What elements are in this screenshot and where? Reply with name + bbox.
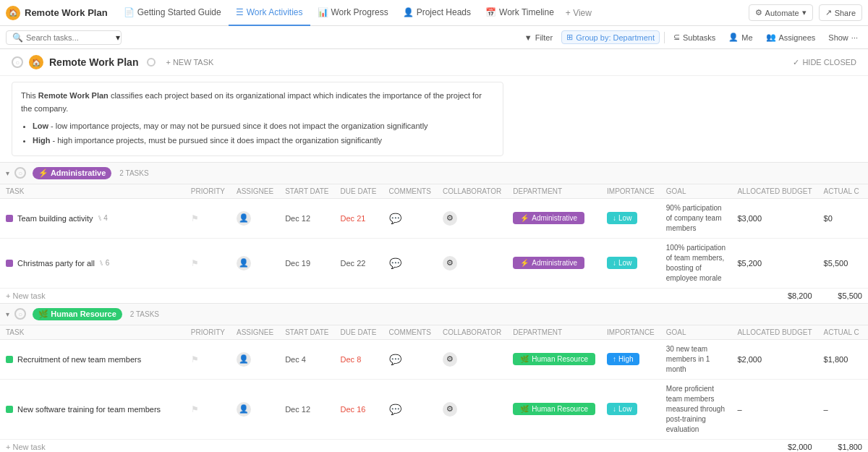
empty (601, 439, 660, 452)
collab-avatar[interactable]: ⚙ (443, 256, 457, 270)
show-button[interactable]: Show ··· (824, 32, 862, 43)
priority-cell: ⚑ (185, 238, 231, 288)
project-status-dot2 (147, 58, 156, 67)
subtasks-button[interactable]: ⊆ Subtasks (669, 31, 720, 43)
comment-icon[interactable]: 💬 (389, 213, 401, 224)
comment-icon[interactable]: 💬 (389, 257, 401, 269)
th-due-hr: DUE DATE (335, 325, 383, 339)
assignee-avatar[interactable]: 👤 (237, 211, 251, 226)
due-date-cell: Dec 22 (335, 238, 383, 288)
collab-cell: ⚙ (437, 339, 507, 379)
task-name-text[interactable]: Team building activity (17, 214, 93, 223)
start-date: Dec 19 (285, 259, 310, 268)
th-task: TASK (0, 184, 185, 198)
new-task-link-hr[interactable]: + New task (6, 443, 46, 451)
imp-cell: ↓ Low (601, 198, 660, 238)
th-imp-hr: IMPORTANCE (601, 325, 660, 339)
project-header-icon: 🏠 (29, 55, 43, 69)
search-box[interactable]: 🔍 ▾ (6, 30, 122, 45)
subtotal-actual-admin: $5,500 (818, 288, 868, 303)
assignees-button[interactable]: 👥 Assignees (762, 31, 820, 43)
tab-work-activities[interactable]: ☰ Work Activities (229, 0, 310, 26)
description-list: Low - low importance projects, may or ma… (33, 119, 494, 148)
task-name-container: Christmas party for all ⑊ 6 (6, 259, 179, 268)
task-name-text[interactable]: Recruitment of new team members (17, 355, 141, 364)
tab-project-heads[interactable]: 👤 Project Heads (396, 0, 478, 26)
description-box: This Remote Work Plan classifies each pr… (12, 82, 503, 156)
add-view-button[interactable]: + View (561, 8, 596, 18)
th-budget-hr: ALLOCATED BUDGET (731, 325, 817, 339)
task-row-training: New software training for team members ⚑… (0, 379, 868, 439)
priority-cell: ⚑ (185, 198, 231, 238)
col-header-admin: TASK PRIORITY ASSIGNEE START DATE DUE DA… (0, 184, 868, 198)
task-name-container: Recruitment of new team members (6, 355, 179, 364)
task-dot (6, 215, 13, 222)
task-dot (6, 356, 13, 363)
comments-cell: 💬 (383, 238, 437, 288)
dept-cell: 🌿 Human Resource (507, 379, 601, 439)
priority-flag[interactable]: ⚑ (191, 258, 199, 268)
comment-icon[interactable]: 💬 (389, 404, 401, 415)
priority-flag[interactable]: ⚑ (191, 213, 199, 223)
assignee-avatar[interactable]: 👤 (237, 402, 251, 417)
filter-button[interactable]: ▼ Filter (520, 32, 557, 43)
hr-circle[interactable]: ○ (14, 308, 26, 320)
empty (601, 288, 660, 303)
automate-icon: ⚙ (755, 8, 762, 17)
due-date-cell: Dec 21 (335, 198, 383, 238)
start-date-cell: Dec 4 (279, 339, 334, 379)
assignee-avatar[interactable]: 👤 (237, 256, 251, 270)
top-bar: 🏠 Remote Work Plan 📄 Getting Started Gui… (0, 0, 868, 26)
getting-started-icon: 📄 (124, 7, 135, 17)
collab-cell: ⚙ (437, 379, 507, 439)
work-progress-icon: 📊 (318, 7, 328, 17)
me-button[interactable]: 👤 Me (724, 31, 757, 43)
th-comments-hr: COMMENTS (383, 325, 437, 339)
actual-value: $1,800 (824, 355, 848, 364)
me-icon: 👤 (728, 33, 739, 42)
content-area: ○ 🏠 Remote Work Plan + NEW TASK ✓ HIDE C… (0, 49, 868, 452)
admin-circle[interactable]: ○ (14, 167, 26, 179)
task-dot (6, 260, 13, 267)
assignee-cell: 👤 (231, 339, 279, 379)
divider1 (664, 32, 665, 43)
priority-flag[interactable]: ⚑ (191, 354, 199, 364)
subtotal-budget-hr: $2,000 (731, 439, 817, 452)
assignee-avatar[interactable]: 👤 (237, 352, 251, 367)
new-task-link-admin[interactable]: + New task (6, 291, 46, 300)
goal-cell: 100% participation of team members, boos… (660, 238, 732, 288)
group-header-cell-admin: ▾ ○ ⚡ Administrative 2 TASKS (0, 162, 868, 184)
th-assignee-hr: ASSIGNEE (231, 325, 279, 339)
dept-badge: ⚡ Administrative (513, 257, 584, 269)
task-name-text[interactable]: New software training for team members (17, 405, 161, 414)
project-status-circle[interactable]: ○ (12, 56, 23, 68)
th-budget: ALLOCATED BUDGET (731, 184, 817, 198)
new-task-button[interactable]: + NEW TASK (161, 56, 218, 68)
hide-closed-button[interactable]: ✓ HIDE CLOSED (793, 58, 856, 67)
assignee-cell: 👤 (231, 379, 279, 439)
actual-value: $0 (824, 214, 833, 223)
group-by-icon: ⊞ (566, 33, 573, 42)
budget-cell: $5,200 (731, 238, 817, 288)
hr-tag: 🌿 Human Resource (33, 308, 122, 320)
task-name-text[interactable]: Christmas party for all (17, 259, 95, 268)
tab-getting-started[interactable]: 📄 Getting Started Guide (116, 0, 229, 26)
tab-work-timeline[interactable]: 📅 Work Timeline (478, 0, 561, 26)
group-by-button[interactable]: ⊞ Group by: Department (561, 30, 660, 44)
comment-icon[interactable]: 💬 (389, 354, 401, 365)
collab-avatar[interactable]: ⚙ (443, 211, 457, 226)
admin-expand-icon[interactable]: ▾ (6, 169, 9, 177)
share-button[interactable]: ↗ Share (819, 4, 862, 21)
collab-avatar[interactable]: ⚙ (443, 402, 457, 417)
dept-badge: 🌿 Human Resource (513, 403, 595, 415)
search-input[interactable] (26, 33, 113, 42)
collab-avatar[interactable]: ⚙ (443, 352, 457, 367)
description-bullet-high: High - high importance projects, must be… (33, 134, 494, 148)
priority-flag[interactable]: ⚑ (191, 404, 199, 414)
hr-expand-icon[interactable]: ▾ (6, 310, 9, 318)
start-date: Dec 12 (285, 405, 310, 414)
automate-button[interactable]: ⚙ Automate ▾ (749, 4, 813, 21)
collab-cell: ⚙ (437, 238, 507, 288)
tab-work-progress[interactable]: 📊 Work Progress (310, 0, 396, 26)
start-date-cell: Dec 12 (279, 379, 334, 439)
